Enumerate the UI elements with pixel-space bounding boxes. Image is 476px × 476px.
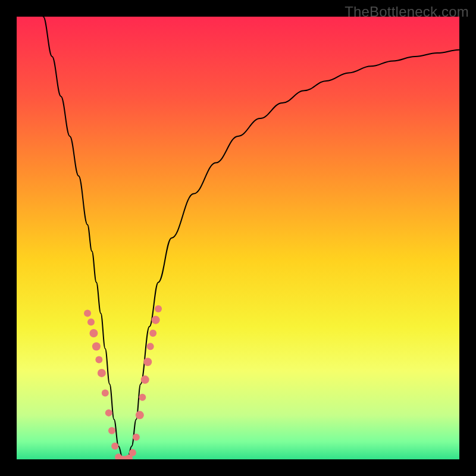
plot-area [17,17,459,459]
data-marker [89,329,98,337]
gradient-background [17,17,459,459]
data-marker [95,356,102,364]
data-marker [143,358,152,366]
data-marker [136,411,144,419]
data-marker [87,318,95,325]
chart-svg [17,17,459,459]
data-marker [84,309,91,317]
data-marker [105,409,112,416]
data-marker [133,434,140,441]
data-marker [147,343,154,350]
data-marker [149,330,156,337]
data-marker [111,443,118,450]
watermark-text: TheBottleneck.com [345,4,469,20]
data-marker [108,427,115,434]
data-marker [139,394,146,401]
data-marker [141,375,149,384]
data-marker [129,449,136,456]
data-marker [98,369,106,377]
chart-frame: TheBottleneck.com [0,0,476,476]
data-marker [152,316,160,324]
data-marker [92,342,101,350]
data-marker [102,389,109,396]
data-marker [155,305,162,312]
